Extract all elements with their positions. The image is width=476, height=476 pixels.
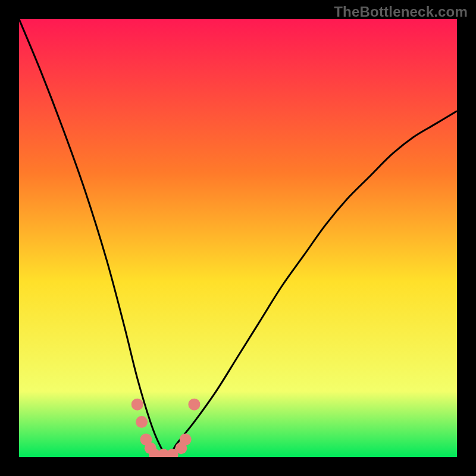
plot-area bbox=[19, 19, 457, 457]
bottleneck-chart-svg bbox=[19, 19, 457, 457]
watermark-text: TheBottleneck.com bbox=[334, 4, 468, 20]
gradient-background bbox=[19, 19, 457, 457]
curve-marker bbox=[136, 416, 148, 428]
curve-marker bbox=[131, 399, 143, 411]
curve-marker bbox=[180, 434, 192, 446]
curve-marker bbox=[188, 399, 200, 411]
chart-frame: TheBottleneck.com bbox=[0, 0, 476, 476]
